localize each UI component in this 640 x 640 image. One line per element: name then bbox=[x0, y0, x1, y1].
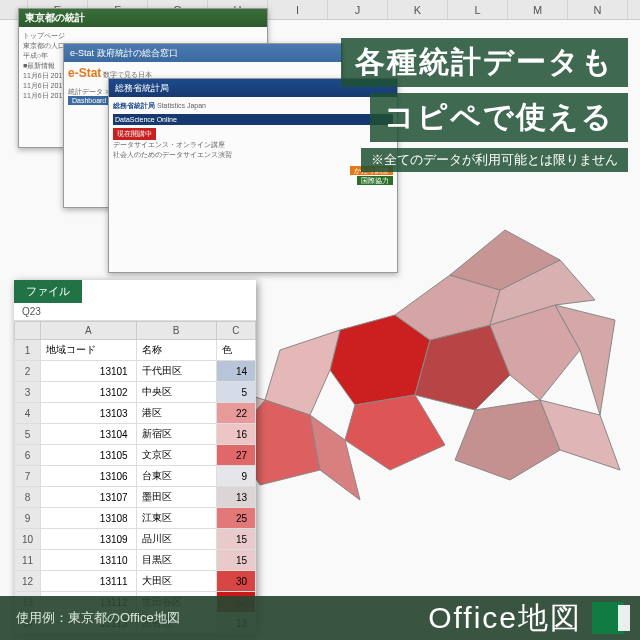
cell[interactable]: 30 bbox=[216, 571, 255, 592]
table-row[interactable]: 1113110目黒区15 bbox=[15, 550, 256, 571]
cell[interactable]: 地域コード bbox=[41, 340, 137, 361]
cell[interactable]: 中央区 bbox=[136, 382, 216, 403]
col-header[interactable]: M bbox=[508, 0, 568, 19]
cell[interactable]: 5 bbox=[216, 382, 255, 403]
cell[interactable]: 13105 bbox=[41, 445, 137, 466]
thumb-title: e-Stat 政府統計の総合窓口 bbox=[70, 47, 178, 60]
excel-icon bbox=[592, 602, 624, 634]
row-number[interactable]: 1 bbox=[15, 340, 41, 361]
map-region[interactable] bbox=[265, 330, 340, 415]
row-number[interactable]: 9 bbox=[15, 508, 41, 529]
cell[interactable]: 江東区 bbox=[136, 508, 216, 529]
table-row[interactable]: 413103港区22 bbox=[15, 403, 256, 424]
cell[interactable]: 13108 bbox=[41, 508, 137, 529]
table-row[interactable]: 1013109品川区15 bbox=[15, 529, 256, 550]
footer-title: Office地図 bbox=[428, 598, 582, 639]
cell[interactable]: 大田区 bbox=[136, 571, 216, 592]
cell[interactable]: 13109 bbox=[41, 529, 137, 550]
table-row[interactable]: 713106台東区9 bbox=[15, 466, 256, 487]
table-row[interactable]: 813107墨田区13 bbox=[15, 487, 256, 508]
table-row[interactable]: 313102中央区5 bbox=[15, 382, 256, 403]
col-header[interactable]: K bbox=[388, 0, 448, 19]
cell[interactable]: 台東区 bbox=[136, 466, 216, 487]
col-header[interactable]: L bbox=[448, 0, 508, 19]
col-header[interactable] bbox=[15, 322, 41, 340]
cell[interactable]: 9 bbox=[216, 466, 255, 487]
cell[interactable]: 15 bbox=[216, 550, 255, 571]
cell[interactable]: 13111 bbox=[41, 571, 137, 592]
cell[interactable]: 品川区 bbox=[136, 529, 216, 550]
website-thumbnails: 東京都の統計 トップページ東京都の人口平成○年■最新情報11月6日 201711… bbox=[18, 8, 388, 278]
cell[interactable]: 25 bbox=[216, 508, 255, 529]
row-number[interactable]: 3 bbox=[15, 382, 41, 403]
cell[interactable]: 27 bbox=[216, 445, 255, 466]
cell[interactable]: 16 bbox=[216, 424, 255, 445]
footer-caption: 使用例：東京都のOffice地図 bbox=[16, 609, 180, 627]
table-row[interactable]: 613105文京区27 bbox=[15, 445, 256, 466]
cell[interactable]: 色 bbox=[216, 340, 255, 361]
thumb-title: 総務省統計局 bbox=[115, 82, 169, 95]
thumb-title: 東京都の統計 bbox=[25, 11, 85, 25]
cell[interactable]: 22 bbox=[216, 403, 255, 424]
headline-line2: コピペで使える bbox=[370, 93, 628, 142]
cell[interactable]: 新宿区 bbox=[136, 424, 216, 445]
table-row[interactable]: 1地域コード名称色 bbox=[15, 340, 256, 361]
table-row[interactable]: 1213111大田区30 bbox=[15, 571, 256, 592]
cell[interactable]: 港区 bbox=[136, 403, 216, 424]
cell-reference[interactable]: Q23 bbox=[14, 303, 256, 321]
cell[interactable]: 墨田区 bbox=[136, 487, 216, 508]
row-number[interactable]: 12 bbox=[15, 571, 41, 592]
cell[interactable]: 13107 bbox=[41, 487, 137, 508]
spreadsheet-panel: ファイル Q23 ABC 1地域コード名称色213101千代田区14313102… bbox=[14, 280, 256, 634]
cell[interactable]: 13104 bbox=[41, 424, 137, 445]
table-row[interactable]: 913108江東区25 bbox=[15, 508, 256, 529]
col-header[interactable]: A bbox=[41, 322, 137, 340]
cell[interactable]: 13101 bbox=[41, 361, 137, 382]
map-region[interactable] bbox=[455, 400, 560, 480]
col-header[interactable]: B bbox=[136, 322, 216, 340]
footer-bar: 使用例：東京都のOffice地図 Office地図 bbox=[0, 596, 640, 640]
row-number[interactable]: 6 bbox=[15, 445, 41, 466]
row-number[interactable]: 7 bbox=[15, 466, 41, 487]
map-region[interactable] bbox=[345, 395, 445, 470]
cell[interactable]: 文京区 bbox=[136, 445, 216, 466]
cell[interactable]: 13103 bbox=[41, 403, 137, 424]
headline-line1: 各種統計データも bbox=[341, 38, 628, 87]
col-header[interactable]: N bbox=[568, 0, 628, 19]
headline-banner: 各種統計データも コピペで使える ※全てのデータが利用可能とは限りません bbox=[341, 38, 628, 172]
cell[interactable]: 目黒区 bbox=[136, 550, 216, 571]
row-number[interactable]: 4 bbox=[15, 403, 41, 424]
table-row[interactable]: 213101千代田区14 bbox=[15, 361, 256, 382]
row-number[interactable]: 8 bbox=[15, 487, 41, 508]
headline-note: ※全てのデータが利用可能とは限りません bbox=[361, 148, 628, 172]
row-number[interactable]: 5 bbox=[15, 424, 41, 445]
row-number[interactable]: 10 bbox=[15, 529, 41, 550]
cell[interactable]: 名称 bbox=[136, 340, 216, 361]
file-tab[interactable]: ファイル bbox=[14, 280, 82, 303]
col-header[interactable]: C bbox=[216, 322, 255, 340]
cell[interactable]: 13 bbox=[216, 487, 255, 508]
data-grid[interactable]: ABC 1地域コード名称色213101千代田区14313102中央区541310… bbox=[14, 321, 256, 634]
row-number[interactable]: 2 bbox=[15, 361, 41, 382]
cell[interactable]: 13106 bbox=[41, 466, 137, 487]
cell[interactable]: 15 bbox=[216, 529, 255, 550]
cell[interactable]: 千代田区 bbox=[136, 361, 216, 382]
table-row[interactable]: 513104新宿区16 bbox=[15, 424, 256, 445]
cell[interactable]: 13102 bbox=[41, 382, 137, 403]
cell[interactable]: 14 bbox=[216, 361, 255, 382]
cell[interactable]: 13110 bbox=[41, 550, 137, 571]
row-number[interactable]: 11 bbox=[15, 550, 41, 571]
